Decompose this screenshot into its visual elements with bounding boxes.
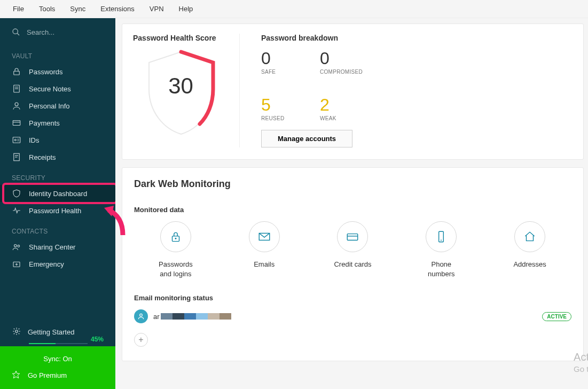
sidebar-item-sharing-center[interactable]: Sharing Center <box>0 238 115 255</box>
getting-started-percent: 45% <box>91 336 104 343</box>
breakdown-safe: 0 SAFE <box>261 50 299 75</box>
menu-file[interactable]: File <box>5 1 32 17</box>
breakdown-num: 2 <box>320 96 357 113</box>
breakdown-label: WEAK <box>320 115 357 121</box>
manage-accounts-button[interactable]: Manage accounts <box>261 130 352 147</box>
monitored-label: Credit cards <box>311 260 395 269</box>
breakdown-label: COMPROMISED <box>320 69 363 75</box>
mask-segment <box>196 313 208 320</box>
password-breakdown: Password breakdown 0 SAFE 0 COMPROMISED … <box>256 34 573 147</box>
svg-marker-30 <box>12 371 19 378</box>
breakdown-num: 0 <box>320 50 363 67</box>
health-card: Password Health Score 30 Password breakd… <box>122 24 584 160</box>
sidebar-item-emergency[interactable]: Emergency <box>0 255 115 273</box>
monitored-credit-cards[interactable]: Credit cards <box>311 221 395 279</box>
add-email-button[interactable]: + <box>134 333 148 347</box>
sidebar-item-label: Passwords <box>29 68 63 76</box>
breakdown-weak: 2 WEAK <box>320 96 357 121</box>
sidebar-item-label: IDs <box>29 136 40 144</box>
sidebar-item-secure-notes[interactable]: Secure Notes <box>0 80 115 97</box>
sidebar-item-receipts[interactable]: Receipts <box>0 149 115 166</box>
mail-icon <box>257 230 271 244</box>
breakdown-title: Password breakdown <box>261 34 573 42</box>
mask-segment <box>184 313 196 320</box>
sidebar-item-personal-info[interactable]: Personal Info <box>0 97 115 114</box>
mask-segment <box>161 313 173 320</box>
note-icon <box>12 84 21 94</box>
menu-extensions[interactable]: Extensions <box>93 1 142 17</box>
sidebar-item-label: Emergency <box>29 260 64 268</box>
svg-line-28 <box>14 333 15 334</box>
sidebar-item-payments[interactable]: Payments <box>0 114 115 131</box>
search-placeholder: Search... <box>27 28 54 36</box>
svg-rect-35 <box>348 234 358 240</box>
dark-web-card: Dark Web Monitoring Monitored data Passw… <box>122 167 584 361</box>
go-premium-label: Go Premium <box>28 371 67 379</box>
svg-line-29 <box>19 329 20 330</box>
breakdown-num: 5 <box>261 96 299 113</box>
section-security-label: SECURITY <box>0 166 115 185</box>
sidebar-item-passwords[interactable]: Passwords <box>0 63 115 80</box>
svg-line-26 <box>14 329 15 330</box>
home-icon <box>523 230 537 244</box>
monitored-addresses[interactable]: Addresses <box>488 221 571 279</box>
menu-help[interactable]: Help <box>171 1 201 17</box>
menubar: File Tools Sync Extensions VPN Help <box>0 0 588 18</box>
people-icon <box>12 242 21 252</box>
menu-tools[interactable]: Tools <box>32 1 62 17</box>
menu-vpn[interactable]: VPN <box>142 1 171 17</box>
monitored-phone-numbers[interactable]: Phone numbers <box>399 221 483 279</box>
svg-point-0 <box>13 29 18 34</box>
email-status-row: ar ACTIVE <box>134 309 571 323</box>
sync-status[interactable]: Sync: On <box>0 352 115 367</box>
section-vault-label: VAULT <box>0 44 115 63</box>
monitored-label: Emails <box>223 260 306 269</box>
sidebar-item-ids[interactable]: IDs <box>0 131 115 149</box>
svg-line-27 <box>19 333 20 334</box>
email-status-label: Email monitoring status <box>134 294 571 302</box>
monitored-label: Phone numbers <box>399 260 483 279</box>
lock-icon <box>12 67 21 76</box>
sidebar-item-password-health[interactable]: Password Health <box>0 202 115 219</box>
search-input[interactable]: Search... <box>0 18 115 44</box>
monitored-emails[interactable]: Emails <box>223 221 306 279</box>
getting-started-label: Getting Started <box>28 328 74 336</box>
sidebar: Search... VAULT Passwords Secure Notes P… <box>0 18 115 389</box>
svg-rect-7 <box>13 121 20 126</box>
score-number: 30 <box>141 73 221 99</box>
svg-point-33 <box>175 238 176 239</box>
menu-sync[interactable]: Sync <box>62 1 93 17</box>
search-icon <box>12 28 20 36</box>
section-contacts-label: CONTACTS <box>0 219 115 238</box>
breakdown-label: REUSED <box>261 115 299 121</box>
monitored-passwords-logins[interactable]: Passwords and logins <box>134 221 217 279</box>
breakdown-num: 0 <box>261 50 299 67</box>
svg-point-17 <box>18 245 20 247</box>
sidebar-item-label: Personal Info <box>29 102 70 110</box>
person-icon <box>12 101 21 111</box>
dwm-title: Dark Web Monitoring <box>134 178 571 190</box>
monitored-label: Passwords and logins <box>134 260 217 279</box>
sidebar-item-label: Payments <box>29 119 60 127</box>
sidebar-item-identity-dashboard[interactable]: Identity Dashboard <box>0 185 115 202</box>
svg-rect-9 <box>13 137 20 143</box>
card-icon <box>12 118 21 128</box>
password-health-score: Password Health Score 30 <box>133 34 240 147</box>
card-icon <box>346 230 359 244</box>
shield-icon <box>12 189 21 198</box>
svg-point-6 <box>15 103 18 106</box>
svg-rect-2 <box>14 71 20 75</box>
breakdown-compromised: 0 COMPROMISED <box>320 50 363 75</box>
email-prefix: ar <box>153 313 160 321</box>
phs-title: Password Health Score <box>133 34 229 42</box>
score-shield: 30 <box>141 48 221 138</box>
mask-segment <box>219 313 231 320</box>
masked-email: ar <box>153 313 231 321</box>
identity-dashboard-highlight: Identity Dashboard <box>0 185 115 202</box>
sync-label: Sync: On <box>43 355 72 363</box>
mask-segment <box>208 313 219 320</box>
emergency-icon <box>12 259 21 269</box>
go-premium[interactable]: Go Premium <box>0 367 115 384</box>
breakdown-reused: 5 REUSED <box>261 96 299 121</box>
monitored-data-label: Monitored data <box>134 206 571 214</box>
